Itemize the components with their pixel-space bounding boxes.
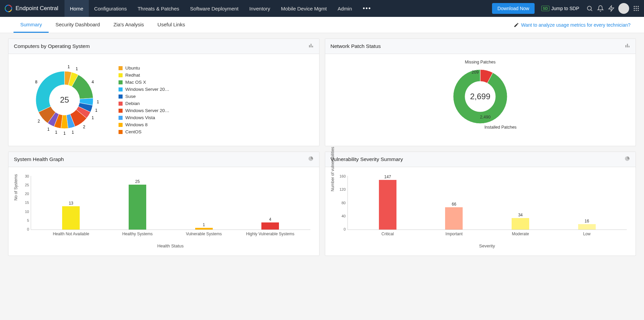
svg-point-7	[634, 8, 635, 9]
subnav-item-security-dashboard[interactable]: Security Dashboard	[49, 17, 107, 33]
svg-rect-13	[309, 45, 310, 48]
panel-title: Vulnerability Severity Summary	[331, 156, 403, 162]
topbar: Endpoint Central HomeConfigurationsThrea…	[0, 0, 644, 17]
bar-column[interactable]: 1Vulnerable Systems	[195, 222, 213, 230]
avatar[interactable]	[618, 3, 629, 14]
bar-value: 13	[69, 201, 73, 206]
bar-column[interactable]: 25Healthy Systems	[129, 179, 146, 230]
sdp-icon: SD	[541, 6, 549, 11]
bar-category: Critical	[381, 232, 394, 236]
legend-item[interactable]: Ubuntu	[119, 65, 170, 71]
legend-swatch	[119, 95, 123, 99]
svg-rect-32	[628, 46, 629, 48]
legend-label: Windows Vista	[125, 115, 155, 120]
bar-column[interactable]: 16Low	[578, 219, 596, 230]
svg-text:8: 8	[35, 80, 37, 84]
jump-sdp-label: Jump to SDP	[551, 6, 579, 11]
bolt-icon[interactable]	[608, 5, 615, 12]
download-now-button[interactable]: Download Now	[492, 3, 535, 14]
apps-grid-icon[interactable]	[633, 5, 640, 12]
legend-label: Mac OS X	[125, 80, 146, 85]
legend-swatch	[119, 102, 123, 106]
legend-label: Windows Server 20…	[125, 87, 170, 92]
bar-column[interactable]: 34Moderate	[512, 213, 529, 230]
bar-column[interactable]: 13Health Not Available	[62, 201, 80, 230]
legend-item[interactable]: Windows Server 20…	[119, 108, 170, 113]
brand[interactable]: Endpoint Central	[4, 4, 65, 13]
svg-text:1: 1	[97, 100, 99, 104]
legend-item[interactable]: Windows Server 20…	[119, 87, 170, 92]
svg-text:Missing Patches: Missing Patches	[465, 60, 496, 64]
panel-vulnerability-severity: Vulnerability Severity Summary Number of…	[325, 152, 636, 256]
svg-text:1: 1	[47, 127, 50, 132]
legend-item[interactable]: Windows 8	[119, 122, 170, 127]
search-icon[interactable]	[586, 5, 593, 12]
legend-label: Windows 8	[125, 122, 148, 127]
vuln-bar-chart[interactable]: Number of vulnerabilities 16012080400 14…	[331, 172, 630, 250]
legend-swatch	[119, 130, 123, 134]
svg-marker-3	[609, 6, 614, 11]
bar-column[interactable]: 147Critical	[379, 175, 396, 230]
subnav-item-useful-links[interactable]: Useful Links	[151, 17, 192, 33]
bar-category: Health Not Available	[53, 232, 89, 236]
bell-icon[interactable]	[597, 5, 604, 12]
bar-value: 1	[203, 222, 205, 227]
svg-rect-30	[625, 45, 626, 48]
svg-text:2,490: 2,490	[480, 115, 491, 119]
nav-more-icon[interactable]: •••	[357, 5, 377, 12]
nav-item-inventory[interactable]: Inventory	[244, 0, 276, 17]
svg-rect-14	[310, 44, 311, 48]
bar-category: Vulnerable Systems	[186, 232, 222, 236]
subnav-right: Want to analyze usage metrics for every …	[514, 22, 630, 28]
bar-category: Important	[445, 232, 463, 236]
subnav: SummarySecurity DashboardZia's AnalysisU…	[0, 17, 644, 33]
svg-text:25: 25	[60, 95, 69, 104]
legend-label: CentOS	[125, 129, 141, 134]
svg-text:2: 2	[83, 125, 85, 129]
x-axis-label: Severity	[347, 243, 627, 248]
legend-item[interactable]: Suse	[119, 94, 170, 99]
bar-column[interactable]: 4Highly Vulnerable Systems	[261, 217, 279, 230]
os-donut-chart[interactable]: 114111211112825	[21, 63, 108, 137]
pie-toggle-icon[interactable]	[308, 156, 314, 163]
legend-item[interactable]: Redhat	[119, 73, 170, 78]
svg-rect-15	[312, 46, 313, 48]
subnav-item-summary[interactable]: Summary	[14, 17, 49, 33]
legend-label: Windows Server 20…	[125, 108, 170, 113]
panel-title: System Health Graph	[14, 156, 64, 162]
legend-item[interactable]: Windows Vista	[119, 115, 170, 120]
svg-line-2	[591, 10, 592, 11]
chart-toggle-icon[interactable]	[308, 43, 314, 50]
nps-donut-chart[interactable]: 2,699Missing Patches2092,490Installed Pa…	[423, 59, 538, 134]
svg-text:1: 1	[72, 130, 74, 135]
nav-item-admin[interactable]: Admin	[332, 0, 358, 17]
bar-column[interactable]: 66Important	[445, 202, 463, 230]
bar-value: 4	[269, 217, 272, 222]
analyze-usage-link[interactable]: Want to analyze usage metrics for every …	[521, 22, 630, 28]
legend-label: Redhat	[125, 73, 140, 78]
nav-item-configurations[interactable]: Configurations	[89, 0, 132, 17]
legend-item[interactable]: CentOS	[119, 129, 170, 134]
legend-item[interactable]: Debian	[119, 101, 170, 106]
pie-toggle-icon[interactable]	[625, 156, 630, 163]
brand-name: Endpoint Central	[16, 5, 58, 12]
brand-logo-icon	[4, 4, 13, 13]
legend-item[interactable]: Mac OS X	[119, 80, 170, 85]
svg-text:2: 2	[37, 119, 40, 124]
nav-item-mobile-device-mgmt[interactable]: Mobile Device Mgmt	[276, 0, 332, 17]
subnav-item-zia-s-analysis[interactable]: Zia's Analysis	[107, 17, 151, 33]
panel-system-health: System Health Graph No of Systems 302520…	[8, 152, 319, 256]
y-axis-label: Number of vulnerabilities	[330, 147, 335, 191]
legend-swatch	[119, 73, 123, 77]
health-bar-chart[interactable]: No of Systems 302520151050 13Health Not …	[14, 172, 314, 250]
svg-text:209: 209	[472, 70, 479, 75]
nav-item-home[interactable]: Home	[65, 0, 89, 17]
bar-value: 16	[585, 219, 589, 223]
bar-value: 147	[384, 175, 391, 179]
legend-swatch	[119, 80, 123, 84]
nav-item-threats-patches[interactable]: Threats & Patches	[132, 0, 184, 17]
svg-text:1: 1	[95, 108, 98, 113]
jump-to-sdp-button[interactable]: SD Jump to SDP	[538, 6, 583, 11]
chart-toggle-icon[interactable]	[625, 43, 630, 50]
nav-item-software-deployment[interactable]: Software Deployment	[185, 0, 244, 17]
